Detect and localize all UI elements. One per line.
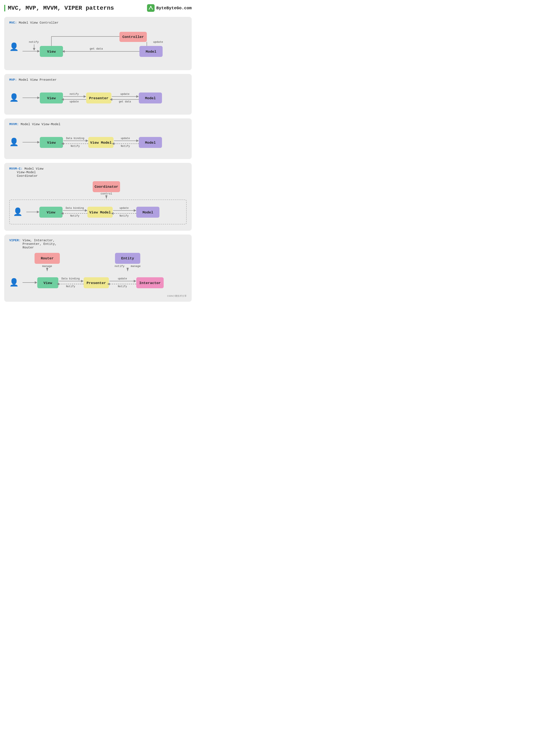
- svg-text:View: View: [47, 141, 56, 145]
- page-header: MVC, MVP, MVVM, VIPER patterns ByteByteG…: [4, 4, 192, 12]
- viper-label: VIPER: View, Interactor, Presenter, Enti…: [9, 239, 187, 250]
- svg-marker-83: [46, 268, 48, 272]
- mvvmc-section: MVVM-C: Model View View-Model Coordinato…: [4, 163, 192, 231]
- svg-text:notify: notify: [29, 40, 39, 44]
- svg-text:Notify: Notify: [66, 285, 75, 288]
- svg-marker-3: [37, 50, 40, 52]
- mvvm-section: MVVM: Model View View-Model 👤 View Data …: [4, 118, 192, 159]
- mvvm-description: Model View View-Model: [21, 123, 60, 126]
- svg-text:Interactor: Interactor: [139, 281, 161, 285]
- mvc-keyword: MVC:: [9, 21, 17, 25]
- mvvm-label: MVVM: Model View View-Model: [9, 123, 187, 126]
- svg-text:Presenter: Presenter: [87, 281, 106, 285]
- mvp-section: MVP: Model View Presenter 👤 View notify …: [4, 74, 192, 115]
- mvc-user-icon: 👤: [9, 42, 19, 52]
- mvc-label: MVC: Model View Controller: [9, 21, 187, 25]
- logo-text: ByteByteGo.com: [156, 6, 192, 11]
- svg-marker-47: [86, 139, 88, 142]
- svg-marker-76: [134, 209, 136, 212]
- svg-marker-68: [85, 209, 87, 212]
- svg-text:update: update: [121, 137, 130, 140]
- entity-box: Entity: [115, 253, 140, 264]
- mvp-description: Model View Presenter: [19, 78, 57, 82]
- page-title: MVC, MVP, MVVM, VIPER patterns: [4, 5, 114, 11]
- svg-text:Data binding: Data binding: [66, 137, 84, 140]
- svg-marker-23: [37, 96, 40, 99]
- mvp-user-icon: 👤: [9, 93, 19, 102]
- svg-text:update: update: [153, 40, 163, 44]
- logo: ByteByteGo.com: [147, 4, 192, 12]
- mvvmc-inner-diagram: View Data binding Notify View Model upda…: [26, 203, 174, 222]
- svg-text:Model: Model: [145, 141, 156, 145]
- svg-text:update: update: [119, 207, 128, 210]
- mvvm-diagram: View Data binding Notify View Model upda…: [23, 132, 183, 153]
- mvvmc-keyword: MVVM-C:: [9, 167, 23, 171]
- svg-text:update: update: [69, 100, 79, 103]
- svg-marker-55: [136, 139, 139, 142]
- mvvm-user-icon: 👤: [9, 137, 19, 147]
- svg-marker-98: [134, 280, 136, 282]
- router-box: Router: [35, 253, 60, 264]
- svg-text:Model: Model: [142, 211, 153, 215]
- svg-text:Data binding: Data binding: [61, 277, 80, 280]
- viper-keyword: VIPER:: [9, 239, 21, 242]
- svg-text:Notify: Notify: [118, 285, 127, 288]
- svg-marker-43: [37, 141, 40, 143]
- viper-user-icon: 👤: [9, 278, 19, 287]
- svg-rect-0: [147, 4, 155, 12]
- svg-text:View Model: View Model: [89, 211, 111, 215]
- svg-text:update: update: [120, 93, 129, 96]
- svg-marker-35: [136, 95, 139, 98]
- svg-marker-64: [37, 211, 39, 213]
- mvp-keyword: MVP:: [9, 78, 17, 82]
- mvp-label: MVP: Model View Presenter: [9, 78, 187, 82]
- viper-section: VIPER: View, Interactor, Presenter, Enti…: [4, 235, 192, 302]
- svg-text:View: View: [47, 50, 56, 54]
- svg-text:Model: Model: [145, 96, 156, 100]
- svg-marker-62: [105, 195, 107, 199]
- mvc-description: Model View Controller: [19, 21, 59, 25]
- svg-text:View: View: [44, 281, 52, 285]
- svg-marker-84: [127, 268, 129, 272]
- svg-text:update: update: [118, 277, 127, 280]
- svg-marker-27: [84, 95, 86, 98]
- svg-text:Presenter: Presenter: [89, 96, 108, 100]
- svg-marker-90: [81, 280, 84, 282]
- svg-text:Notify: Notify: [71, 145, 80, 148]
- mvvmc-user-icon: 👤: [13, 207, 23, 217]
- svg-text:get data: get data: [90, 47, 103, 50]
- svg-text:Notify: Notify: [121, 145, 130, 148]
- svg-point-1: [150, 6, 151, 7]
- mvvmc-label: MVVM-C: Model View View-Model Coordinato…: [9, 167, 187, 178]
- mvc-diagram: notify View get data Controller update: [23, 30, 183, 64]
- svg-text:View: View: [47, 96, 56, 100]
- coordinator-box: Coordinator: [93, 181, 120, 192]
- svg-text:get data: get data: [119, 100, 131, 103]
- svg-text:notify: notify: [69, 93, 79, 96]
- mvc-section: MVC: Model View Controller 👤 notify View…: [4, 17, 192, 70]
- viper-diagram: View Data binding Notify Presenter updat…: [23, 272, 180, 293]
- svg-text:Model: Model: [145, 50, 156, 54]
- svg-text:View: View: [47, 211, 56, 215]
- svg-text:Controller: Controller: [122, 35, 144, 39]
- svg-marker-6: [33, 48, 35, 51]
- svg-marker-86: [35, 281, 37, 284]
- svg-text:Notify: Notify: [119, 215, 128, 218]
- svg-text:View Model: View Model: [90, 141, 112, 145]
- footer-note: CSDN小雅技术分享: [9, 294, 187, 298]
- mvp-diagram: View notify update Presenter update get …: [23, 87, 183, 108]
- mvvm-keyword: MVVM:: [9, 123, 19, 126]
- logo-icon: [147, 4, 155, 12]
- svg-text:Notify: Notify: [70, 215, 79, 218]
- svg-text:Data binding: Data binding: [66, 207, 84, 210]
